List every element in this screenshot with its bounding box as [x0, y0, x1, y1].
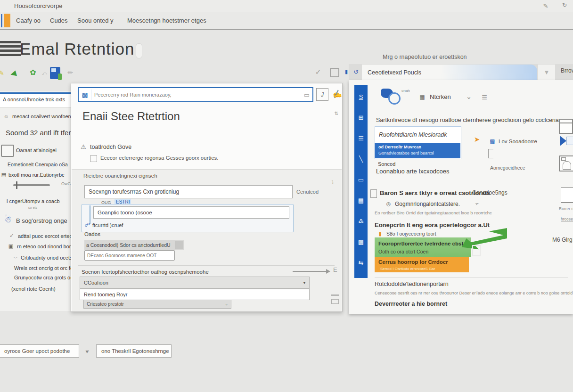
database-icon[interactable] — [50, 67, 60, 79]
dialog-input1[interactable]: Soexngn torufesrrras Cxn grotlcniug — [84, 185, 293, 198]
nested-item-label[interactable]: ftcurrtd )cruef — [92, 222, 123, 228]
footer-button-2[interactable]: ono Theskrll Egotoneshrnge — [96, 344, 172, 358]
dialog-check2-label[interactable]: Ececor eclerrerge rogonsa Gesses goorx o… — [100, 155, 219, 161]
right-input-box[interactable] — [561, 188, 573, 203]
row2-sub: Gogmnrlongalontcatstere. — [395, 201, 460, 207]
search-doc-icon: ▩ — [79, 90, 91, 100]
oados-label: Oados — [84, 231, 100, 237]
left-item-11-label[interactable]: Crtiloadnty oriod ocets — [21, 255, 72, 261]
menu-tab-1[interactable]: Caafy oo — [16, 17, 41, 24]
left-item-9-label[interactable]: adttai puoc eorcot ertecb — [18, 233, 75, 239]
window-outline-icon[interactable] — [559, 119, 573, 134]
pencil-yellow-icon[interactable]: ✎ — [0, 69, 6, 77]
strip-folder-icon[interactable]: ▭ — [358, 172, 364, 187]
right-intro: Sartknfireoce df nesogo roatlooe cterrih… — [376, 117, 562, 123]
signature-pen-icon[interactable]: ✍ — [330, 87, 344, 100]
menu-tab-2[interactable]: Cudes — [50, 17, 68, 24]
strip-table-icon[interactable]: ▤ — [358, 193, 364, 207]
left-item-2-label[interactable]: meoact ocailvert woofoend t — [12, 114, 77, 119]
footer-button-1[interactable]: oyroce Goer upoct podothe — [0, 344, 79, 358]
strip-pen-icon[interactable]: ╲ — [359, 152, 363, 166]
active-tab[interactable]: Ceeotletxexd Poucls — [362, 65, 537, 80]
left-item-4-label[interactable]: Oaraat at'ainoigel — [16, 147, 57, 153]
strip-doc-icon[interactable]: ▩ — [358, 235, 364, 249]
refresh-icon[interactable]: ↻ — [560, 0, 569, 10]
left-checkbox[interactable] — [1, 145, 14, 157]
row3-folder-icon: ▮ — [377, 231, 383, 237]
slider-handle[interactable] — [16, 181, 17, 189]
doc-icon: ▤ — [1, 171, 7, 178]
search-input[interactable] — [91, 92, 301, 98]
left-item-7-label[interactable]: i cngerUtompv a coacb — [7, 198, 60, 204]
filter-button[interactable]: ▼ — [538, 65, 555, 80]
strip-grid-icon[interactable]: ⊞ — [359, 110, 364, 124]
strip-sync-icon[interactable]: ⇆ — [359, 255, 364, 270]
check-icon[interactable]: ✓ — [312, 68, 324, 76]
section-divider — [78, 265, 335, 266]
page-title: Emal Rtetntion — [20, 40, 135, 58]
strip-s-icon[interactable]: S — [359, 90, 363, 104]
row2-target-icon: ◎ — [385, 201, 392, 207]
green-cursor-icon[interactable]: ◀ — [7, 67, 20, 79]
select2-dropdown[interactable]: Criessteo prestotr ⌄ — [83, 300, 231, 309]
left-item-10-label[interactable]: rn eteoo ood rinond bong — [17, 244, 75, 249]
card-below1: Soncod — [378, 161, 395, 167]
select2-caret-icon: ⌄ — [225, 302, 231, 306]
page-outline-icon[interactable]: ▭ — [301, 90, 312, 99]
option1-row[interactable]: Rend toomeg Royr — [80, 289, 310, 300]
card-selected-row[interactable]: od Derreoltr Muvrcan Gonadvieotaboe oerd… — [375, 143, 460, 158]
j-button[interactable]: J — [316, 88, 328, 101]
white-button[interactable]: DEcanc Goorooss mamene OOT — [84, 250, 175, 261]
row2-right-label: Conedoe5ngs — [472, 189, 508, 196]
dialog-footer-lines-icon — [331, 294, 339, 296]
chevron-down-icon[interactable]: ⌄ — [464, 92, 474, 101]
strip-list-icon[interactable]: ☰ — [358, 131, 364, 145]
menu-tab-3[interactable]: Soou onted y — [77, 17, 114, 24]
gray-chip-button[interactable]: a Coosnododi) Sdor cs anctodurrtledU — [84, 240, 184, 250]
dialog-check1-label[interactable]: toatlrodch Gove — [90, 144, 131, 150]
select1-dropdown[interactable]: CCoafioon ▼ — [80, 277, 310, 289]
clipboard-icon: ⚠ — [80, 143, 87, 150]
right-bottom-text: Ceneeoooe oesrtlt oes nr rrer oou throou… — [375, 291, 570, 295]
left-item-14-label[interactable]: (xenol rtote Cocnh) — [11, 286, 56, 292]
mail-forward-icon[interactable] — [560, 135, 573, 147]
left-item-8-label[interactable]: B sog'orstrog onge — [16, 217, 67, 224]
tab-refresh-icon[interactable]: ↺ — [352, 67, 361, 76]
mid-link-label[interactable]: Lov Sooadoorre — [499, 139, 537, 144]
menu-tab-4[interactable]: Moescetngn hoetstmer etges — [127, 17, 206, 24]
menu-divider — [0, 29, 573, 30]
sort-arrows-icon[interactable]: ⇅ — [333, 110, 340, 116]
left-item-12-label[interactable]: Wreis orct oncrig ot orc fekc — [14, 265, 78, 271]
card-title: Ruofohtdiarcin Miesloradk — [379, 131, 447, 138]
browse-label[interactable]: Brrov — [561, 67, 573, 74]
left-slider[interactable] — [13, 184, 50, 186]
dialog: ▩ ▭ J ✍ Enaii Stee Rtetrtion ⇅ ⚠ toatlro… — [71, 83, 343, 312]
dialog-input2-value: Goanplic toono (osooe — [94, 210, 152, 215]
left-item-6-label[interactable]: bxotl moa rur.Eutionyrbc — [8, 172, 65, 178]
printer-icon[interactable] — [559, 155, 573, 172]
dialog-search-bar[interactable]: ▩ ▭ — [78, 87, 313, 102]
right-bottom-bold: Deverrreoter a hie bornret — [375, 301, 447, 307]
left-panel: A onnsnoUhrooke trok oxts ☺ meoact ocail… — [0, 91, 77, 311]
left-item-5-label[interactable]: Eometionelt Cnerxpaio oSa — [8, 162, 68, 167]
dialog-input2[interactable]: Goanplic toono (osooe — [93, 206, 289, 219]
left-item-1[interactable]: A onnsnoUhrooke trok oxts — [0, 92, 77, 107]
accent-orange-block — [4, 14, 10, 27]
small-clip-icon[interactable]: ⤺ — [41, 71, 47, 76]
left-item-3-label[interactable]: Soomd 32 antl ift tfers — [6, 129, 74, 137]
strip-person-icon[interactable]: ♳ — [358, 214, 364, 228]
resize-arrow-icon[interactable]: ⤵ — [329, 179, 336, 185]
frame-icon[interactable] — [330, 68, 339, 77]
check2-box-icon[interactable] — [90, 155, 97, 162]
left-item-13-label[interactable]: Grunyocotw crca grots oes — [14, 275, 76, 280]
edit-icon[interactable]: ✎ — [541, 1, 550, 10]
pen-outline-icon[interactable]: ✏ — [66, 68, 74, 77]
send-plane-icon[interactable]: ➤ — [472, 135, 482, 144]
chip-mini-button[interactable] — [175, 241, 183, 249]
green-leaf-icon[interactable]: ✿ — [27, 67, 39, 77]
arrow-end-label: E — [333, 266, 337, 273]
menu-lines-icon[interactable]: ☰ — [480, 93, 489, 101]
hamburger-icon[interactable] — [0, 40, 21, 60]
left-item-7-sub: so-ets — [28, 206, 37, 209]
nav-item-label[interactable]: Ntcrken — [430, 93, 451, 100]
